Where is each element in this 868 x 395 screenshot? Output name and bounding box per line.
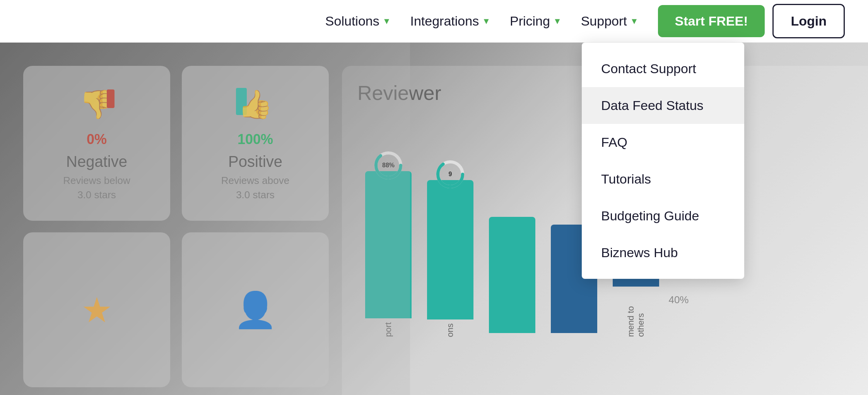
y-label-40: 40% bbox=[668, 294, 689, 306]
bar-with-donut-2: 9 bbox=[427, 180, 473, 319]
solutions-chevron-icon: ▼ bbox=[383, 16, 391, 26]
nav-integrations[interactable]: Integrations ▼ bbox=[403, 10, 498, 33]
login-button[interactable]: Login bbox=[772, 4, 845, 38]
bar-group-3 bbox=[489, 217, 535, 337]
overlay-dim bbox=[0, 43, 410, 395]
solutions-label: Solutions bbox=[325, 14, 379, 29]
donut-container-2: 9 bbox=[435, 159, 466, 191]
donut-svg-2: 9 bbox=[435, 159, 466, 190]
svg-text:9: 9 bbox=[449, 171, 452, 177]
support-label: Support bbox=[581, 14, 627, 29]
dropdown-faq[interactable]: FAQ bbox=[582, 124, 744, 161]
nav-solutions[interactable]: Solutions ▼ bbox=[318, 10, 399, 33]
dropdown-biznews-hub[interactable]: Biznews Hub bbox=[582, 234, 744, 271]
bar-label-5: mend to others bbox=[626, 290, 646, 337]
pricing-label: Pricing bbox=[510, 14, 550, 29]
pricing-chevron-icon: ▼ bbox=[553, 16, 562, 26]
support-dropdown: Contact Support Data Feed Status FAQ Tut… bbox=[582, 43, 744, 279]
bar-group-2: 9 ons bbox=[427, 180, 473, 337]
navbar: Solutions ▼ Integrations ▼ Pricing ▼ Sup… bbox=[0, 0, 868, 43]
nav-items: Solutions ▼ Integrations ▼ Pricing ▼ Sup… bbox=[318, 4, 845, 38]
dropdown-tutorials[interactable]: Tutorials bbox=[582, 161, 744, 198]
dropdown-data-feed-status[interactable]: Data Feed Status bbox=[582, 87, 744, 124]
dropdown-budgeting-guide[interactable]: Budgeting Guide bbox=[582, 198, 744, 234]
integrations-label: Integrations bbox=[410, 14, 479, 29]
support-chevron-icon: ▼ bbox=[630, 16, 639, 26]
bar-3 bbox=[489, 217, 535, 333]
nav-pricing[interactable]: Pricing ▼ bbox=[502, 10, 569, 33]
start-free-button[interactable]: Start FREE! bbox=[658, 5, 765, 37]
bar-container-3 bbox=[489, 217, 535, 333]
bar-label-2: ons bbox=[445, 323, 455, 337]
nav-support[interactable]: Support ▼ bbox=[573, 10, 646, 33]
bar-2 bbox=[427, 180, 473, 319]
integrations-chevron-icon: ▼ bbox=[482, 16, 490, 26]
dropdown-contact-support[interactable]: Contact Support bbox=[582, 50, 744, 87]
